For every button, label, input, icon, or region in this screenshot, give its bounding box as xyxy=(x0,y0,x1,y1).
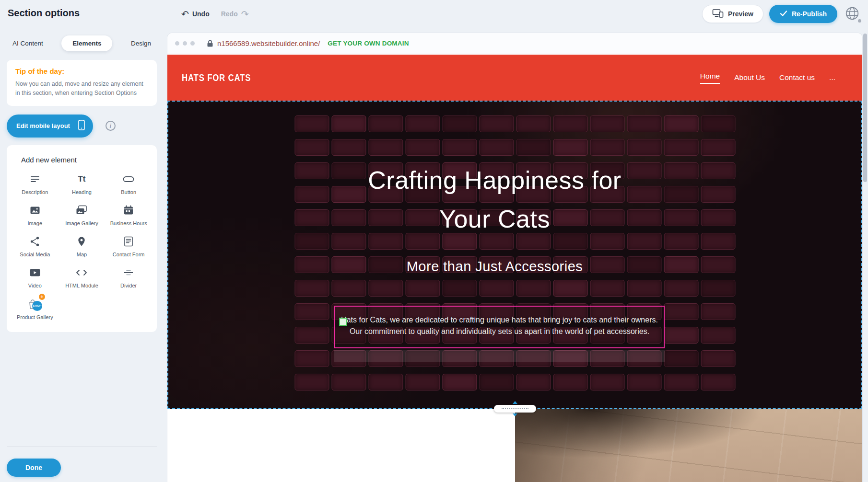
hero-tile xyxy=(294,303,329,320)
nav-contact-us[interactable]: Contact us xyxy=(779,73,815,82)
add-element-social-media[interactable]: Social Media xyxy=(14,235,56,258)
page-scrollbar[interactable] xyxy=(863,34,867,481)
hero-tile xyxy=(516,115,551,132)
hero-subheading[interactable]: More than Just Accessories xyxy=(168,259,821,275)
hero-tile xyxy=(553,139,587,156)
add-element-map[interactable]: Map xyxy=(60,235,103,258)
hero-tile xyxy=(294,280,329,297)
contact-form-icon xyxy=(123,235,134,248)
add-element-button[interactable]: Button xyxy=(107,172,150,195)
product-gallery-icon: SHOP + xyxy=(26,297,44,311)
done-button[interactable]: Done xyxy=(7,459,61,477)
hero-tile xyxy=(701,280,735,297)
hero-tile xyxy=(331,115,366,132)
hero-tile xyxy=(368,139,403,156)
browser-frame: n1566589.websitebuilder.online/ GET YOUR… xyxy=(167,33,862,482)
hero-tile xyxy=(331,374,366,390)
resize-pill xyxy=(494,405,536,413)
hero-tile xyxy=(331,139,366,156)
hero-tile xyxy=(664,350,698,367)
plus-badge: + xyxy=(39,294,45,300)
add-element-business-hours[interactable]: Business Hours xyxy=(107,204,150,227)
shop-badge: SHOP xyxy=(32,301,42,311)
undo-label: Undo xyxy=(192,10,210,18)
sidebar-tabs: AI Content Elements Design xyxy=(7,35,157,51)
next-section[interactable] xyxy=(167,409,862,482)
resize-arrow-up-icon xyxy=(513,401,517,404)
site-url[interactable]: n1566589.websitebuilder.online/ xyxy=(217,39,320,47)
hero-tile xyxy=(405,139,440,156)
info-icon[interactable]: i xyxy=(106,121,116,131)
heading-icon: Tt xyxy=(78,172,85,186)
video-icon xyxy=(29,266,41,279)
site-header[interactable]: HATS FOR CATS Home About Us Contact us .… xyxy=(167,55,862,101)
edit-mobile-label: Edit mobile layout xyxy=(16,122,70,129)
scrollbar-thumb[interactable] xyxy=(863,34,867,182)
green-resize-handle[interactable] xyxy=(339,318,347,326)
window-dot xyxy=(190,41,195,46)
sidebar-divider xyxy=(7,447,157,447)
edit-mobile-layout-button[interactable]: Edit mobile layout xyxy=(7,115,93,138)
add-element-contact-form[interactable]: Contact Form xyxy=(107,235,150,258)
hero-tile xyxy=(701,139,735,156)
hero-tile xyxy=(405,374,440,390)
add-element-image[interactable]: Image xyxy=(14,204,56,227)
nav-about-us[interactable]: About Us xyxy=(734,73,765,82)
hero-tile xyxy=(294,327,329,344)
language-globe-button[interactable] xyxy=(843,5,861,23)
add-element-image-gallery[interactable]: Image Gallery xyxy=(60,204,103,227)
site-nav: Home About Us Contact us ... xyxy=(700,72,835,84)
redo-button[interactable]: Redo ↷ xyxy=(221,10,249,19)
republish-button[interactable]: Re-Publish xyxy=(769,5,837,23)
nav-home[interactable]: Home xyxy=(700,72,720,84)
add-element-description[interactable]: Description xyxy=(14,172,56,195)
add-element-product-gallery[interactable]: SHOP + Product Gallery xyxy=(14,298,56,321)
hero-tile xyxy=(664,139,698,156)
preview-button[interactable]: Preview xyxy=(702,5,763,23)
check-icon xyxy=(780,10,787,18)
phone-icon xyxy=(78,119,85,133)
preview-label: Preview xyxy=(728,10,753,18)
hero-tile xyxy=(664,327,698,344)
tip-of-the-day-card: Tip of the day: Now you can add, move an… xyxy=(7,60,157,106)
hero-tile xyxy=(479,115,514,132)
devices-icon xyxy=(712,9,724,20)
hero-tile xyxy=(627,139,661,156)
tab-elements[interactable]: Elements xyxy=(61,35,112,51)
add-element-video[interactable]: Video xyxy=(14,266,56,289)
nav-more[interactable]: ... xyxy=(829,73,835,82)
add-element-html-module[interactable]: HTML Module xyxy=(60,266,103,289)
globe-badge-dot xyxy=(858,19,861,23)
add-element-heading[interactable]: Tt Heading xyxy=(60,172,103,195)
image-gallery-icon xyxy=(75,204,88,217)
resize-dotted-line xyxy=(502,408,528,409)
hero-tile xyxy=(553,280,587,297)
get-domain-link[interactable]: GET YOUR OWN DOMAIN xyxy=(328,40,409,47)
hero-tile xyxy=(479,139,514,156)
section-resize-handle[interactable] xyxy=(494,401,536,416)
element-grid: Description Tt Heading Button Image xyxy=(12,172,152,321)
hero-tile xyxy=(405,115,440,132)
hero-paragraph[interactable]: Hats for Cats, we are dedicated to craft… xyxy=(334,306,665,348)
hero-tile xyxy=(442,280,477,297)
window-dot xyxy=(183,41,187,46)
redo-icon: ↷ xyxy=(241,10,249,19)
tab-design[interactable]: Design xyxy=(131,35,151,51)
site-logo[interactable]: HATS FOR CATS xyxy=(182,72,251,83)
html-module-icon xyxy=(75,266,88,279)
hero-tile xyxy=(516,139,551,156)
hero-tile xyxy=(516,374,551,390)
hero-tile xyxy=(294,374,329,390)
tab-ai-content[interactable]: AI Content xyxy=(12,35,43,51)
hero-tile xyxy=(368,280,403,297)
hero-section[interactable]: Crafting Happiness for Your Cats More th… xyxy=(167,101,862,409)
mobile-layout-row: Edit mobile layout i xyxy=(7,115,157,138)
hero-tile xyxy=(627,374,661,390)
add-element-divider[interactable]: Divider xyxy=(107,266,150,289)
hero-tile xyxy=(294,350,329,367)
hero-heading[interactable]: Crafting Happiness for Your Cats xyxy=(168,161,821,239)
element-hover-highlight xyxy=(334,350,665,362)
page-title: Section options xyxy=(8,8,80,19)
undo-button[interactable]: ↶ Undo xyxy=(181,10,210,19)
hero-tile xyxy=(442,374,477,390)
